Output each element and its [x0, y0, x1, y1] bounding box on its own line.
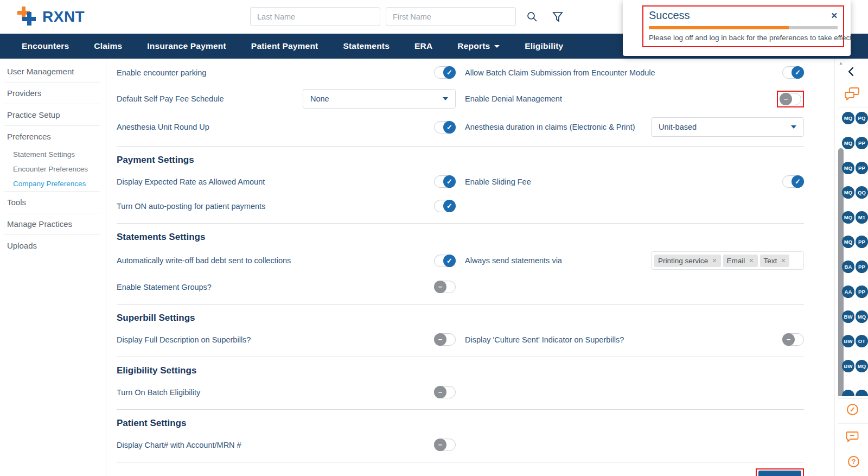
avatar-pair[interactable]: BWMQ [842, 360, 868, 372]
display-expected-rate-toggle[interactable]: ✓− [434, 175, 456, 188]
setting-label: Display Full Description on Superbills? [117, 335, 251, 344]
chip-remove-icon[interactable]: ✕ [781, 257, 786, 264]
sidebar-item-uploads[interactable]: Uploads [0, 235, 106, 256]
avatar: PP [856, 162, 868, 174]
display-full-description-toggle[interactable]: ✓− [434, 333, 456, 346]
avatar: PP [856, 236, 868, 248]
settings-row: Anesthesia Unit Round Up ✓− Anesthesia d… [117, 113, 804, 141]
toast-progress-track [649, 26, 838, 29]
settings-row: Turn On Batch Eligibility ✓− [117, 380, 804, 404]
rxnt-cross-icon [16, 5, 40, 28]
avatar: MQ [842, 211, 854, 224]
right-rail: ▲ MQPQ MQPP MQPP MQQQ MQM1 MQPP BAPP AAP… [834, 59, 868, 476]
sidebar-item-company-preferences[interactable]: Company Preferences [0, 176, 106, 191]
settings-row: Automatically write-off bad debt sent to… [117, 246, 804, 275]
anesthesia-duration-select[interactable]: Unit-based [651, 117, 804, 137]
scroll-up-icon[interactable]: ▲ [837, 61, 845, 66]
success-toast: Success ✕ Please log off and log in back… [623, 0, 851, 56]
setting-label: Automatically write-off bad debt sent to… [117, 256, 291, 265]
sidebar-item-practice-setup[interactable]: Practice Setup [0, 104, 106, 125]
caret-down-icon [791, 125, 796, 129]
section-heading-eligibility: Eligibility Settings [117, 365, 868, 376]
avatar-pair[interactable]: MQPP [842, 137, 868, 149]
nav-patient-payment[interactable]: Patient Payment [239, 41, 331, 51]
chip-remove-icon[interactable]: ✕ [712, 257, 717, 264]
avatar: MQ [842, 236, 854, 248]
avatar: OT [856, 335, 868, 347]
avatar: MQ [856, 310, 868, 323]
denial-management-highlight-box: ✓− [777, 91, 804, 107]
chip-remove-icon[interactable]: ✕ [749, 257, 754, 264]
collapse-chevron-left-icon[interactable] [847, 66, 854, 77]
rxnt-logo[interactable]: RXNT [16, 5, 85, 28]
last-name-input[interactable] [250, 7, 380, 26]
setting-label: Always send statements via [465, 256, 562, 265]
toast-title: Success [649, 9, 690, 22]
nav-encounters[interactable]: Encounters [9, 41, 81, 51]
feedback-message-icon[interactable] [846, 430, 859, 443]
avatar-pair[interactable]: BWMQ [842, 310, 868, 323]
avatar: BW [842, 335, 854, 347]
allow-batch-claim-submission-toggle[interactable]: ✓− [782, 66, 804, 79]
settings-row: Display Full Description on Superbills? … [117, 327, 804, 352]
setting-label: Turn ON auto-posting for patient payment… [117, 202, 265, 211]
settings-sidebar: User Management Providers Practice Setup… [0, 59, 106, 476]
nav-statements[interactable]: Statements [330, 41, 402, 51]
culture-sent-indicator-toggle[interactable]: ✓− [782, 333, 804, 346]
avatar-pair[interactable]: MQPQ [842, 112, 868, 124]
avatar-pair[interactable]: MQPP [842, 236, 868, 248]
enable-encounter-parking-toggle[interactable]: ✓− [434, 66, 456, 79]
auto-posting-patient-payments-toggle[interactable]: ✓− [434, 200, 456, 212]
enable-statement-groups-toggle[interactable]: ✓− [434, 281, 456, 293]
nav-reports[interactable]: Reports [445, 41, 512, 51]
avatar-pair[interactable]: MQPP [842, 162, 868, 174]
setting-label: Enable Sliding Fee [465, 177, 531, 186]
chip-email: Email✕ [723, 255, 758, 267]
sidebar-item-manage-practices[interactable]: Manage Practices [0, 213, 106, 234]
avatar-pair[interactable]: AAPP [842, 285, 868, 298]
chip-printing-service: Printing service✕ [654, 255, 721, 267]
chat-bubbles-icon[interactable] [845, 87, 860, 101]
nav-claims[interactable]: Claims [81, 41, 135, 51]
avatar: AA [842, 285, 854, 298]
nav-era[interactable]: ERA [402, 41, 445, 51]
search-icon[interactable] [526, 10, 539, 23]
tasks-check-icon[interactable]: ✓ [847, 404, 858, 415]
sidebar-item-preferences[interactable]: Preferences [0, 126, 106, 147]
help-icon[interactable]: ? [848, 456, 859, 467]
write-off-bad-debt-toggle[interactable]: ✓− [434, 255, 456, 267]
avatar: MQ [842, 112, 854, 124]
enable-denial-management-toggle[interactable]: ✓− [780, 93, 801, 105]
sidebar-item-user-management[interactable]: User Management [0, 61, 106, 82]
avatar: MQ [842, 162, 854, 174]
close-icon[interactable]: ✕ [831, 11, 838, 21]
settings-row: Default Self Pay Fee Schedule None Enabl… [117, 85, 804, 113]
display-chart-number-toggle[interactable]: ✓− [434, 439, 456, 451]
sidebar-item-providers[interactable]: Providers [0, 82, 106, 104]
avatar-pair[interactable]: MQQQ [842, 186, 868, 199]
nav-insurance-payment[interactable]: Insurance Payment [135, 41, 239, 51]
anesthesia-unit-round-up-toggle[interactable]: ✓− [434, 121, 456, 134]
section-heading-payment: Payment Settings [117, 155, 868, 166]
avatar-pair[interactable]: BAPP [842, 261, 868, 273]
sidebar-item-tools[interactable]: Tools [0, 192, 106, 213]
statements-via-input[interactable]: Printing service✕ Email✕ Text✕ [651, 251, 804, 270]
first-name-input[interactable] [386, 7, 516, 26]
setting-label: Turn On Batch Eligibility [117, 388, 200, 397]
setting-label: Anesthesia duration in claims (Electroni… [465, 123, 635, 131]
sidebar-item-encounter-preferences[interactable]: Encounter Preferences [0, 162, 106, 176]
settings-row: Turn ON auto-posting for patient payment… [117, 194, 804, 218]
avatar-pair[interactable]: MQM1 [842, 211, 868, 224]
avatar: PP [856, 261, 868, 273]
save-button[interactable]: Save [758, 471, 801, 476]
sidebar-item-statement-settings[interactable]: Statement Settings [0, 147, 106, 162]
enable-sliding-fee-toggle[interactable]: ✓− [782, 175, 804, 188]
batch-eligibility-toggle[interactable]: ✓− [434, 386, 456, 398]
toast-message: Please log off and log in back for the p… [649, 34, 838, 42]
setting-label: Display 'Culture Sent' Indicator on Supe… [465, 335, 624, 344]
avatar: PP [856, 285, 868, 298]
avatar-pair[interactable]: BWOT [842, 335, 868, 347]
nav-eligibility[interactable]: Eligibility [512, 41, 576, 51]
default-self-pay-fee-schedule-select[interactable]: None [303, 89, 456, 109]
filter-icon[interactable] [551, 10, 564, 23]
